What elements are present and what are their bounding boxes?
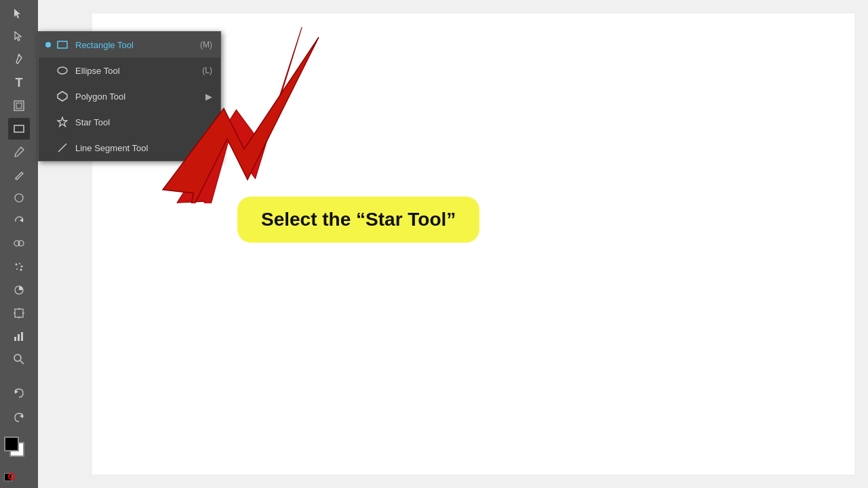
svg-rect-22 [21, 332, 23, 341]
svg-rect-3 [14, 101, 24, 110]
svg-rect-27 [58, 41, 67, 48]
svg-point-13 [20, 269, 22, 271]
shape-tools-dropdown: Rectangle Tool (M) Ellipse Tool (L) Poly… [38, 31, 221, 161]
svg-marker-29 [58, 92, 67, 101]
ellipse-icon [55, 63, 70, 78]
rectangle-icon [55, 37, 70, 52]
svg-rect-15 [15, 309, 23, 317]
artboard-tool[interactable] [8, 302, 30, 324]
ellipse-tool-label: Ellipse Tool [75, 66, 197, 76]
polygon-submenu-arrow: ▶ [205, 92, 212, 102]
star-tool-label: Star Tool [75, 117, 212, 127]
line-segment-tool-item[interactable]: Line Segment Tool [39, 135, 220, 161]
svg-point-28 [58, 67, 67, 74]
svg-marker-30 [58, 117, 67, 127]
scatter-tool[interactable] [8, 256, 30, 278]
svg-line-31 [58, 144, 66, 152]
svg-point-11 [21, 266, 23, 268]
pen-tool[interactable] [8, 49, 30, 70]
polygon-icon [55, 89, 70, 104]
svg-rect-20 [14, 337, 16, 341]
svg-rect-4 [16, 103, 22, 108]
zoom-tool[interactable] [8, 348, 30, 370]
shape-tool[interactable] [8, 118, 30, 140]
rectangle-tool-label: Rectangle Tool [75, 40, 195, 50]
svg-line-24 [20, 361, 24, 364]
tooltip-box: Select the “Star Tool” [237, 197, 479, 243]
line-segment-tool-label: Line Segment Tool [75, 143, 212, 153]
ellipse-tool-item[interactable]: Ellipse Tool (L) [39, 58, 220, 83]
redo-icon[interactable] [8, 407, 30, 428]
shape-builder-tool[interactable] [8, 233, 30, 255]
svg-marker-25 [15, 390, 18, 394]
direct-selection-tool[interactable] [8, 26, 30, 47]
svg-marker-26 [20, 414, 23, 418]
undo-icon[interactable] [8, 382, 30, 404]
svg-rect-5 [14, 125, 24, 132]
svg-point-10 [19, 263, 20, 264]
svg-rect-21 [18, 334, 20, 341]
toolbar: T [0, 0, 38, 488]
svg-point-2 [18, 54, 20, 56]
polygon-tool-label: Polygon Tool [75, 92, 200, 102]
no-indicator [45, 94, 51, 99]
rotate-tool[interactable] [8, 210, 30, 232]
svg-marker-1 [15, 32, 21, 41]
star-icon [55, 115, 70, 129]
rectangle-tool-item[interactable]: Rectangle Tool (M) [39, 32, 220, 58]
rectangle-tool-shortcut: (M) [200, 40, 212, 49]
foreground-color-swatch[interactable] [4, 436, 19, 451]
paintbrush-tool[interactable] [8, 141, 30, 163]
graph-tool[interactable] [8, 325, 30, 347]
blob-brush-tool[interactable] [8, 187, 30, 209]
svg-point-9 [16, 264, 18, 266]
selection-tool[interactable] [8, 3, 30, 24]
no-indicator [45, 119, 51, 125]
line-segment-icon [55, 140, 70, 155]
svg-marker-0 [14, 9, 20, 18]
star-tool-item[interactable]: Star Tool [39, 109, 220, 135]
pie-chart-tool[interactable] [8, 279, 30, 301]
type-tool[interactable]: T [8, 72, 30, 94]
active-indicator [45, 42, 51, 47]
transform-tool[interactable] [8, 95, 30, 117]
svg-point-23 [14, 354, 21, 361]
polygon-tool-item[interactable]: Polygon Tool ▶ [39, 83, 220, 109]
svg-marker-6 [20, 218, 23, 222]
svg-point-8 [18, 241, 24, 246]
no-indicator [45, 145, 51, 150]
no-indicator [45, 68, 51, 73]
swap-colors[interactable] [8, 473, 15, 480]
ellipse-tool-shortcut: (L) [202, 66, 212, 75]
svg-point-12 [16, 268, 18, 270]
tooltip-text: Select the “Star Tool” [261, 209, 456, 230]
pencil-tool[interactable] [8, 164, 30, 186]
